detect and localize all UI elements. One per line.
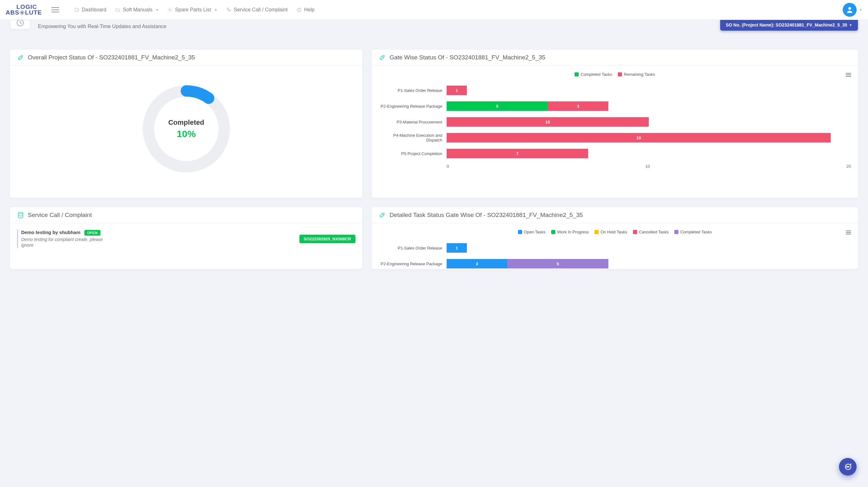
- database-icon: [17, 212, 24, 218]
- bar-segment: 10: [446, 117, 649, 127]
- chart-menu-icon[interactable]: [846, 72, 851, 78]
- svg-line-5: [21, 11, 21, 11]
- nav-dashboard[interactable]: Dashboard: [74, 7, 106, 12]
- bar-category-label: P1-Sales Order Release: [379, 246, 446, 250]
- svg-line-10: [77, 9, 78, 10]
- bar-track: 19: [446, 133, 851, 143]
- bar-track: 1: [446, 86, 851, 95]
- svg-point-13: [299, 11, 299, 11]
- bar-category-label: P2-Engineering Release Package: [379, 104, 446, 109]
- svg-line-7: [21, 13, 21, 14]
- bar-row: P4-Machine Execution and Dispatch19: [379, 130, 851, 146]
- nav-label: Soft Manuals: [123, 7, 152, 12]
- bar-row: P1-Sales Order Release1: [379, 240, 851, 256]
- svg-point-23: [382, 214, 383, 215]
- bar-segment: 3: [548, 101, 608, 111]
- bar-track: 10: [446, 117, 851, 127]
- chevron-down-icon: ▼: [849, 23, 852, 27]
- detailed-bar-chart: P1-Sales Order Release1P2-Engineering Re…: [379, 240, 851, 269]
- avatar-icon: [843, 3, 857, 17]
- bar-row: P5-Project Completion7: [379, 146, 851, 161]
- svg-point-11: [169, 9, 170, 10]
- svg-point-18: [21, 57, 22, 58]
- donut-percent: 10%: [177, 128, 196, 139]
- banner-subtitle: Empowering You with Real-Time Updates an…: [38, 20, 166, 29]
- bar-row: P2-Engineering Release Package35: [379, 256, 851, 269]
- nav-label: Service Call / Complaint: [234, 7, 288, 12]
- main-nav: Dashboard Soft Manuals ▼ Spare Parts Lis…: [74, 7, 843, 12]
- gauge-icon: [74, 7, 79, 12]
- so-badge[interactable]: SO222302925_NX500CR: [300, 235, 356, 243]
- rocket-icon: [17, 54, 24, 61]
- nav-label: Help: [304, 7, 315, 12]
- bar-category-label: P4-Machine Execution and Dispatch: [379, 133, 446, 143]
- chart-menu-icon[interactable]: [846, 230, 851, 235]
- app-logo: LOGIC ABS LUTE: [6, 4, 42, 15]
- chart-legend: Open Tasks Work In Progress On Hold Task…: [518, 230, 712, 234]
- svg-line-8: [23, 11, 24, 11]
- banner: Empowering You with Real-Time Updates an…: [10, 20, 858, 31]
- legend-label: Completed Tasks: [680, 230, 712, 234]
- donut-label: Completed: [168, 118, 205, 127]
- user-menu[interactable]: ▼: [843, 3, 862, 17]
- gear-icon: [19, 10, 25, 16]
- menu-toggle-icon[interactable]: [52, 6, 59, 14]
- bar-track: 7: [446, 149, 851, 158]
- svg-line-6: [23, 13, 24, 14]
- nav-service-call[interactable]: Service Call / Complaint: [226, 7, 288, 12]
- bar-row: P3-Material Procurement10: [379, 114, 851, 130]
- legend-label: Open Tasks: [524, 230, 546, 234]
- chevron-down-icon: ▼: [859, 8, 862, 12]
- bar-segment: 5: [507, 259, 608, 269]
- nav-soft-manuals[interactable]: Soft Manuals ▼: [115, 7, 159, 12]
- clock-card: [10, 20, 30, 29]
- nav-help[interactable]: Help: [297, 7, 315, 12]
- nav-label: Spare Parts List: [175, 7, 211, 12]
- rocket-icon: [379, 54, 386, 61]
- gatewise-status-card: Gate Wise Status Of - SO232401881_FV_Mac…: [372, 50, 858, 198]
- gatewise-bar-chart: P1-Sales Order Release1P2-Engineering Re…: [379, 83, 851, 161]
- nav-spare-parts[interactable]: Spare Parts List ▼: [167, 7, 217, 12]
- bar-track: 53: [446, 101, 851, 111]
- bar-row: P2-Engineering Release Package53: [379, 98, 851, 114]
- cog-icon: [167, 7, 173, 12]
- bar-segment: 1: [446, 243, 467, 253]
- card-title: Service Call / Complaint: [28, 212, 92, 218]
- svg-point-0: [22, 12, 23, 13]
- legend-label: Remaining Tasks: [624, 72, 655, 77]
- so-dropdown[interactable]: SO No. (Project Name): SO232401881_FV_Ma…: [720, 19, 858, 31]
- bar-row: P1-Sales Order Release1: [379, 83, 851, 98]
- chevron-down-icon: ▼: [155, 8, 159, 12]
- card-title: Detailed Task Status Gate Wise Of - SO23…: [390, 212, 583, 218]
- bar-category-label: P2-Engineering Release Package: [379, 262, 446, 266]
- card-title: Overall Project Status Of - SO232401881_…: [28, 54, 195, 61]
- x-axis: 01020: [446, 161, 851, 169]
- bar-segment: 1: [446, 86, 467, 95]
- chart-legend: Completed Tasks Remaining Tasks: [575, 72, 655, 77]
- detailed-status-card: Detailed Task Status Gate Wise Of - SO23…: [372, 207, 858, 269]
- overall-status-card: Overall Project Status Of - SO232401881_…: [10, 50, 362, 198]
- bar-segment: 5: [446, 101, 548, 111]
- bar-track: 35: [446, 259, 851, 269]
- so-label: SO No. (Project Name): SO232401881_FV_Ma…: [726, 23, 847, 28]
- service-call-card: Service Call / Complaint Demo testing by…: [10, 207, 362, 269]
- bar-track: 1: [446, 243, 851, 253]
- logo-text-bottom: ABS LUTE: [6, 10, 42, 16]
- axis-tick: 20: [846, 164, 851, 169]
- axis-tick: 0: [446, 164, 449, 169]
- chevron-down-icon: ▼: [214, 8, 217, 12]
- status-badge: OPEN: [84, 230, 100, 236]
- bar-segment: 3: [446, 259, 507, 269]
- help-icon: [297, 7, 302, 12]
- svg-point-21: [382, 57, 383, 58]
- card-title: Gate Wise Status Of - SO232401881_FV_Mac…: [390, 54, 545, 61]
- axis-tick: 10: [645, 164, 650, 169]
- rocket-icon: [379, 212, 386, 218]
- svg-point-22: [18, 212, 23, 214]
- bar-category-label: P1-Sales Order Release: [379, 88, 446, 93]
- complaint-item[interactable]: Demo testing by shubham OPEN Demo testin…: [17, 230, 355, 248]
- svg-line-17: [20, 23, 22, 24]
- phone-icon: [226, 7, 231, 12]
- completion-donut: Completed 10%: [139, 82, 234, 176]
- legend-label: Completed Tasks: [581, 72, 612, 77]
